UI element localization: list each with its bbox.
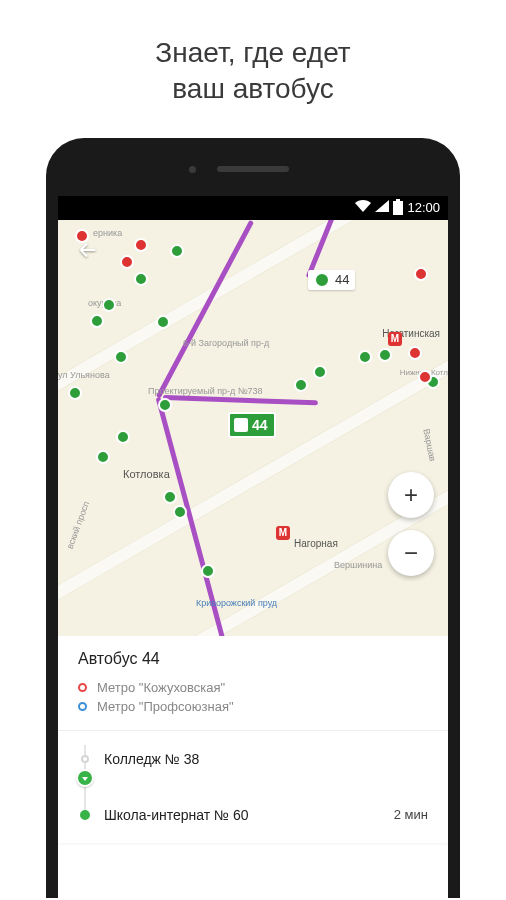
- bus-stop-icon[interactable]: [173, 505, 187, 519]
- endpoint-end: Метро "Профсоюзная": [78, 697, 428, 716]
- map-label: ул Ульянова: [58, 370, 110, 380]
- map-label: Проектируемый пр-д №738: [148, 386, 262, 396]
- route-title: Автобус 44: [78, 650, 428, 668]
- stop-eta: 2 мин: [394, 807, 428, 822]
- bus-stop-icon[interactable]: [313, 365, 327, 379]
- bus-stop-icon[interactable]: [116, 430, 130, 444]
- screen: 12:00 Котловка 6-й Загородный пр-д Проек…: [58, 196, 448, 898]
- stop-callout[interactable]: 44: [308, 270, 355, 290]
- map-bg: Котловка 6-й Загородный пр-д Проектируем…: [58, 220, 448, 636]
- bus-stop-icon[interactable]: [414, 267, 428, 281]
- phone-frame: 12:00 Котловка 6-й Загородный пр-д Проек…: [46, 138, 460, 898]
- bus-stop-icon[interactable]: [96, 450, 110, 464]
- stops-list[interactable]: Колледж № 38 Школа-интернат № 60 2 мин: [58, 730, 448, 843]
- signal-icon: [375, 200, 389, 215]
- route-header[interactable]: Автобус 44 Метро "Кожуховская" Метро "Пр…: [58, 636, 448, 730]
- map-label-kotlovka: Котловка: [123, 468, 170, 480]
- stop-label-text: 44: [335, 272, 349, 287]
- stop-name: Колледж № 38: [104, 751, 428, 767]
- bus-badge-number: 44: [252, 417, 268, 433]
- bus-stop-icon[interactable]: [114, 350, 128, 364]
- bus-stop-icon[interactable]: [156, 315, 170, 329]
- map-label-nagornaya: Нагорная: [294, 538, 338, 549]
- bus-stop-icon[interactable]: [134, 272, 148, 286]
- zoom-out-button[interactable]: −: [388, 530, 434, 576]
- bus-location-badge[interactable]: 44: [228, 412, 276, 438]
- status-bar: 12:00: [58, 196, 448, 220]
- map[interactable]: Котловка 6-й Загородный пр-д Проектируем…: [58, 220, 448, 636]
- map-label: вский просп: [65, 500, 91, 550]
- stop-dot-icon: [80, 810, 90, 820]
- endpoint-start: Метро "Кожуховская": [78, 678, 428, 697]
- bus-stop-icon[interactable]: [102, 298, 116, 312]
- stop-name: Школа-интернат № 60: [104, 807, 394, 823]
- status-time: 12:00: [407, 200, 440, 215]
- bus-stop-icon[interactable]: [90, 314, 104, 328]
- bus-stop-icon[interactable]: [294, 378, 308, 392]
- metro-icon[interactable]: М: [276, 526, 290, 540]
- map-label: 6-й Загородный пр-д: [183, 338, 269, 348]
- bus-stop-icon[interactable]: [358, 350, 372, 364]
- bus-stop-icon[interactable]: [201, 564, 215, 578]
- bus-stop-icon[interactable]: [158, 398, 172, 412]
- map-label: Варшав: [421, 428, 438, 462]
- route-panel: Автобус 44 Метро "Кожуховская" Метро "Пр…: [58, 636, 448, 843]
- bus-stop-icon[interactable]: [418, 370, 432, 384]
- bus-stop-icon[interactable]: [163, 490, 177, 504]
- bus-position-icon: [76, 769, 94, 787]
- stop-row[interactable]: Колледж № 38: [78, 745, 428, 773]
- wifi-icon: [355, 200, 371, 215]
- endpoint-dot-icon: [78, 702, 87, 711]
- back-button[interactable]: [72, 234, 104, 266]
- promo-headline: Знает, где едет ваш автобус: [0, 0, 506, 138]
- zoom-in-button[interactable]: +: [388, 472, 434, 518]
- metro-icon[interactable]: М: [388, 332, 402, 346]
- headline-line2: ваш автобус: [172, 73, 333, 104]
- bus-icon: [234, 418, 248, 432]
- battery-icon: [393, 201, 403, 215]
- bus-stop-icon[interactable]: [68, 386, 82, 400]
- endpoint-b-label: Метро "Профсоюзная": [97, 699, 234, 714]
- endpoint-a-label: Метро "Кожуховская": [97, 680, 225, 695]
- endpoint-dot-icon: [78, 683, 87, 692]
- bus-stop-icon[interactable]: [408, 346, 422, 360]
- bus-stop-icon[interactable]: [134, 238, 148, 252]
- stop-dot-icon: [81, 755, 89, 763]
- bus-stop-icon[interactable]: [170, 244, 184, 258]
- stop-row[interactable]: Школа-интернат № 60 2 мин: [78, 801, 428, 829]
- bus-stop-icon: [314, 272, 330, 288]
- bus-stop-icon[interactable]: [378, 348, 392, 362]
- headline-line1: Знает, где едет: [155, 37, 350, 68]
- speaker: [217, 166, 289, 172]
- bus-stop-icon[interactable]: [120, 255, 134, 269]
- map-label: Вершинина: [334, 560, 382, 570]
- plus-icon: +: [404, 481, 418, 509]
- stop-connector: [78, 773, 428, 801]
- map-label: Криворожский пруд: [196, 598, 277, 608]
- minus-icon: −: [404, 539, 418, 567]
